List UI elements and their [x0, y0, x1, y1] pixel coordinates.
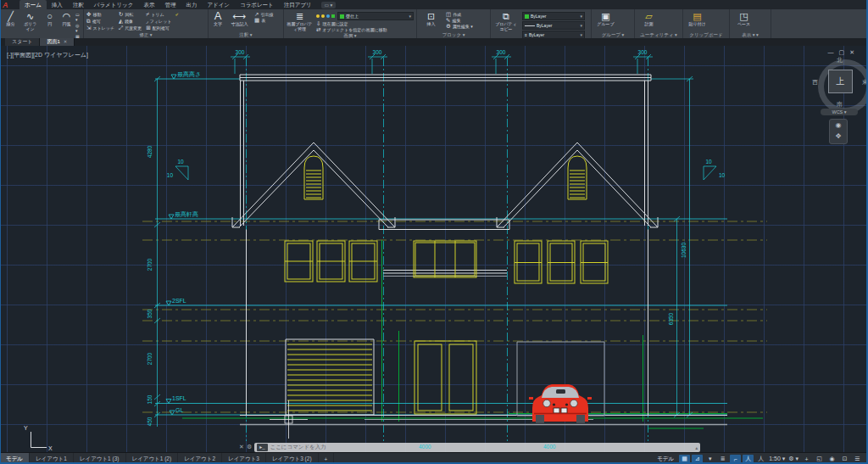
svg-text:300: 300 — [638, 49, 648, 55]
compass-south[interactable]: 南 — [837, 100, 843, 109]
close-icon[interactable]: ✕ — [64, 39, 68, 44]
tab-addins[interactable]: アドイン — [202, 0, 235, 9]
ribbon-options-icon[interactable]: ▭ ▾ — [321, 2, 337, 8]
make-current-button[interactable]: ⇩現在層に設定 — [316, 21, 414, 26]
layer-lock-icon[interactable] — [326, 14, 330, 18]
expand-command-icon[interactable]: ▴ — [695, 444, 698, 450]
tab-featured-apps[interactable]: 注目アプリ — [279, 0, 317, 9]
layer-state-icons[interactable] — [316, 14, 335, 19]
ucs-dropdown[interactable]: WCS ▾ — [821, 109, 858, 115]
match-properties-button[interactable]: ⧉プロパティコピー — [493, 10, 519, 31]
measure-icon: ▱ — [645, 10, 652, 22]
svg-text:Y: Y — [24, 425, 28, 431]
rotate-button[interactable]: ↻回転 — [119, 12, 142, 17]
panel-block: ⊡挿入 ◫作成 ✎編集 ⚙属性編集 ▾ ブロック ▾ — [417, 9, 491, 38]
line-button[interactable]: ╱線分 — [3, 10, 19, 27]
drawing-window-buttons[interactable]: —▢✕ — [828, 49, 860, 56]
customize-wrench-icon[interactable]: ⚙ — [247, 444, 252, 450]
close-window-icon[interactable]: ✕ — [849, 49, 860, 55]
tab-insert[interactable]: 挿入 — [47, 0, 68, 9]
panel-label-block[interactable]: ブロック ▾ — [420, 31, 487, 38]
compass-west[interactable]: 西 — [812, 78, 818, 87]
navigation-bar[interactable]: ◉✥ — [829, 119, 848, 144]
ucs-icon: Y X — [24, 425, 53, 451]
match-properties-icon: ⧉ — [503, 10, 509, 22]
table-button[interactable]: ▦表 — [254, 18, 273, 23]
layer-dropdown[interactable]: 壁仕上▾ — [337, 12, 414, 20]
panel-view: ◳ベース 表示 ▾ ▾ — [730, 9, 771, 38]
linetype-dropdown[interactable]: ByLayer▾ — [522, 21, 585, 30]
dimension-text: 300 300 300 300 4280 2700 350 2700 150 4… — [147, 49, 726, 426]
rectangle-tool-icon[interactable]: ▭ ▾ — [75, 12, 81, 22]
svg-text:10: 10 — [719, 172, 726, 178]
car-headlight-left — [543, 400, 551, 407]
array-button[interactable]: ⊞配列複写 — [146, 25, 171, 31]
trim-button[interactable]: ⌿トリム — [146, 12, 171, 17]
viewport-controls[interactable]: [-][平面図][2D ワイヤフレーム] — [7, 51, 88, 59]
panel-label-clipboard[interactable]: クリップボード — [686, 31, 726, 38]
arc-button[interactable]: ◠円弧 — [61, 10, 72, 27]
pan-icon[interactable]: ✥ — [836, 132, 842, 140]
edit-attributes-button[interactable]: ⚙属性編集 ▾ — [446, 24, 473, 29]
circle-button[interactable]: ○円 — [42, 10, 58, 27]
tab-collaborate[interactable]: コラボレート — [235, 0, 279, 9]
file-tab-bar: スタート 図面1✕ — [0, 38, 868, 46]
insert-block-button[interactable]: ⊡挿入 — [420, 10, 442, 27]
close-command-icon[interactable]: ✕ — [239, 444, 244, 450]
svg-text:2SFL: 2SFL — [172, 298, 186, 304]
mirror-button[interactable]: ◭鏡像 — [119, 19, 142, 24]
polyline-button[interactable]: ∿ポリライン — [22, 10, 38, 31]
panel-label-modify[interactable]: 修正 ▾ — [86, 31, 205, 38]
text-button[interactable]: A文字 — [211, 10, 225, 27]
panel-label-view[interactable]: 表示 ▾ ▾ — [732, 31, 768, 38]
command-prompt-icon[interactable]: ▸_ — [257, 444, 267, 451]
insert-block-icon: ⊡ — [427, 10, 435, 22]
tab-output[interactable]: 出力 — [181, 0, 202, 9]
panel-label-annotation[interactable]: 注釈 ▾ — [211, 31, 281, 38]
measure-button[interactable]: ▱計測 — [637, 10, 660, 27]
svg-text:10: 10 — [167, 172, 174, 178]
autocad-logo-icon[interactable]: A — [3, 1, 19, 9]
array-icon: ⊞ — [146, 25, 150, 31]
tab-view[interactable]: 表示 — [138, 0, 159, 9]
compass-north[interactable]: 北 — [837, 56, 843, 64]
dimension-button[interactable]: ⟷寸法記入 — [228, 10, 251, 27]
start-tab[interactable]: スタート — [5, 38, 40, 46]
tab-parametric[interactable]: パラメトリック — [89, 0, 139, 9]
tab-annotate[interactable]: 注釈 — [68, 0, 89, 9]
layer-thaw-icon[interactable] — [321, 14, 325, 18]
ellipse-tool-icon[interactable]: ◎ ▾ — [75, 23, 81, 33]
car-headlight-right — [570, 400, 578, 407]
layer-properties-button[interactable]: ≣画層プロパティ管理 — [287, 10, 313, 31]
tab-home[interactable]: ホーム — [19, 0, 47, 9]
panel-label-utilities[interactable]: ユーティリティ ▾ — [637, 31, 680, 38]
crosshair-cursor[interactable] — [270, 400, 308, 439]
erase-icon[interactable]: ✐ — [175, 12, 178, 17]
svg-text:2700: 2700 — [147, 258, 153, 271]
svg-text:2700: 2700 — [147, 352, 153, 365]
edit-attributes-icon: ⚙ — [446, 24, 451, 29]
move-icon: ✥ — [86, 12, 91, 17]
base-button[interactable]: ◳ベース — [732, 10, 755, 27]
viewcube-top-face[interactable]: 上 — [828, 70, 853, 93]
svg-text:300: 300 — [373, 49, 382, 55]
fillet-button[interactable]: ◞フィレット — [146, 19, 171, 24]
command-input[interactable]: ▸_ ここにコマンドを入力 ▴ — [254, 443, 700, 452]
copy-button[interactable]: ⧉複写 — [86, 19, 114, 24]
stretch-button[interactable]: ⇲ストレッチ — [86, 25, 114, 31]
minimize-icon[interactable]: — — [828, 49, 839, 55]
arc-icon: ◠ — [63, 10, 71, 22]
restore-icon[interactable]: ▢ — [839, 49, 850, 55]
panel-label-groups[interactable]: グループ ▾ — [594, 31, 632, 38]
group-button[interactable]: ▣グループ — [594, 10, 617, 27]
tab-manage[interactable]: 管理 — [159, 0, 181, 9]
drawing-tab[interactable]: 図面1✕ — [40, 38, 75, 46]
full-nav-wheel-icon[interactable]: ◉ — [836, 121, 842, 129]
linetype-icon — [525, 25, 535, 26]
move-button[interactable]: ✥移動 — [86, 12, 114, 17]
scale-button[interactable]: ⤢尺度変更 — [119, 25, 142, 31]
paste-button[interactable]: ▤貼り付け — [686, 10, 709, 27]
viewcube[interactable]: 上 北 南 西 東 — [815, 58, 865, 107]
layer-on-icon[interactable] — [316, 14, 320, 18]
color-dropdown[interactable]: ByLayer▾ — [522, 12, 585, 20]
